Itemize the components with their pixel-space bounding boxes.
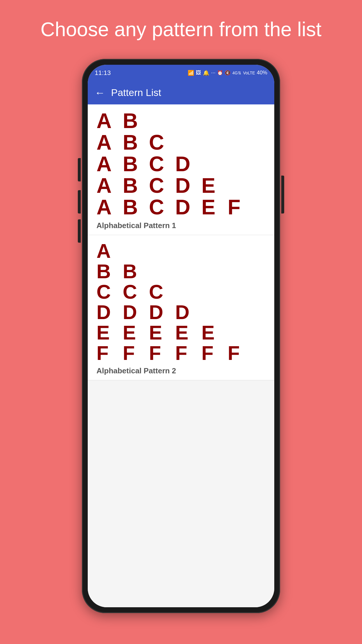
letter: C [96, 282, 123, 302]
header-title: Choose any pattern from the list [11, 18, 351, 41]
pattern-1-grid: A B A B C A B C D A [96, 110, 266, 218]
pattern-row: A B C [96, 132, 266, 153]
letter: E [175, 323, 201, 342]
letter: A [96, 132, 123, 153]
letter: A [96, 153, 123, 174]
letter: F [228, 343, 254, 363]
letter: F [96, 343, 123, 363]
pattern-row: D D D D [96, 302, 266, 322]
letter: E [201, 175, 228, 196]
letter: E [96, 323, 123, 342]
pattern-row: A [96, 241, 266, 261]
pattern-row: B B [96, 261, 266, 281]
letter: B [123, 132, 149, 153]
letter: B [123, 110, 149, 131]
pattern-row: C C C [96, 282, 266, 302]
letter: A [96, 241, 123, 261]
letter: F [228, 197, 254, 218]
app-bar-title: Pattern List [111, 87, 161, 98]
pattern-row: A B C D [96, 153, 266, 174]
letter: F [175, 343, 201, 363]
alarm-icon: ⏰ [217, 70, 223, 76]
letter: E [201, 323, 228, 342]
status-time: 11:13 [95, 69, 111, 77]
app-bar: ← Pattern List [88, 81, 274, 104]
pattern-1-label: Alphabetical Pattern 1 [96, 221, 266, 230]
phone-device: 11:13 📶 🖼 🔔 ··· ⏰ 🔇 4G⇅ VoLTE 40% ← Patt… [82, 59, 280, 613]
letter: C [149, 175, 175, 196]
letter: B [123, 175, 149, 196]
pattern-2-label: Alphabetical Pattern 2 [96, 366, 266, 375]
letter: A [96, 110, 123, 131]
letter: C [149, 153, 175, 174]
pattern-row: A B [96, 110, 266, 131]
back-button[interactable]: ← [95, 87, 105, 99]
letter: D [175, 175, 201, 196]
more-icon: ··· [211, 70, 215, 76]
letter: C [149, 282, 175, 302]
pattern-row: A B C D E F [96, 197, 266, 218]
letter: C [149, 132, 175, 153]
letter: D [175, 302, 201, 322]
phone-screen: 11:13 📶 🖼 🔔 ··· ⏰ 🔇 4G⇅ VoLTE 40% ← Patt… [88, 65, 274, 607]
volte-icon: VoLTE [243, 71, 255, 75]
letter: B [123, 153, 149, 174]
letter: A [96, 197, 123, 218]
battery-text: 40% [257, 70, 267, 76]
letter: F [123, 343, 149, 363]
letter: D [96, 302, 123, 322]
pattern-item-1[interactable]: A B A B C A B C D A [88, 104, 274, 235]
pattern-row: F F F F F F [96, 343, 266, 363]
pattern-row: A B C D E [96, 175, 266, 196]
gallery-icon: 🖼 [196, 70, 201, 76]
letter: E [201, 197, 228, 218]
status-bar: 11:13 📶 🖼 🔔 ··· ⏰ 🔇 4G⇅ VoLTE 40% [88, 65, 274, 81]
mute-icon: 🔇 [225, 70, 231, 76]
letter: B [96, 261, 123, 281]
letter: F [149, 343, 175, 363]
status-icons: 📶 🖼 🔔 ··· ⏰ 🔇 4G⇅ VoLTE 40% [188, 70, 267, 76]
letter: B [123, 261, 149, 281]
letter: E [149, 323, 175, 342]
letter: E [123, 323, 149, 342]
letter: D [175, 197, 201, 218]
pattern-item-2[interactable]: A B B C C C D D D D [88, 235, 274, 380]
data-icon: 4G⇅ [232, 71, 241, 75]
letter: D [149, 302, 175, 322]
signal-icon: 📶 [188, 70, 194, 76]
notification-icon: 🔔 [203, 70, 209, 76]
pattern-list: A B A B C A B C D A [88, 104, 274, 607]
letter: C [123, 282, 149, 302]
page-header: Choose any pattern from the list [11, 0, 351, 41]
letter: C [149, 197, 175, 218]
letter: F [201, 343, 228, 363]
letter: D [123, 302, 149, 322]
letter: D [175, 153, 201, 174]
pattern-row: E E E E E [96, 323, 266, 342]
letter: A [96, 175, 123, 196]
pattern-2-grid: A B B C C C D D D D [96, 241, 266, 363]
letter: B [123, 197, 149, 218]
